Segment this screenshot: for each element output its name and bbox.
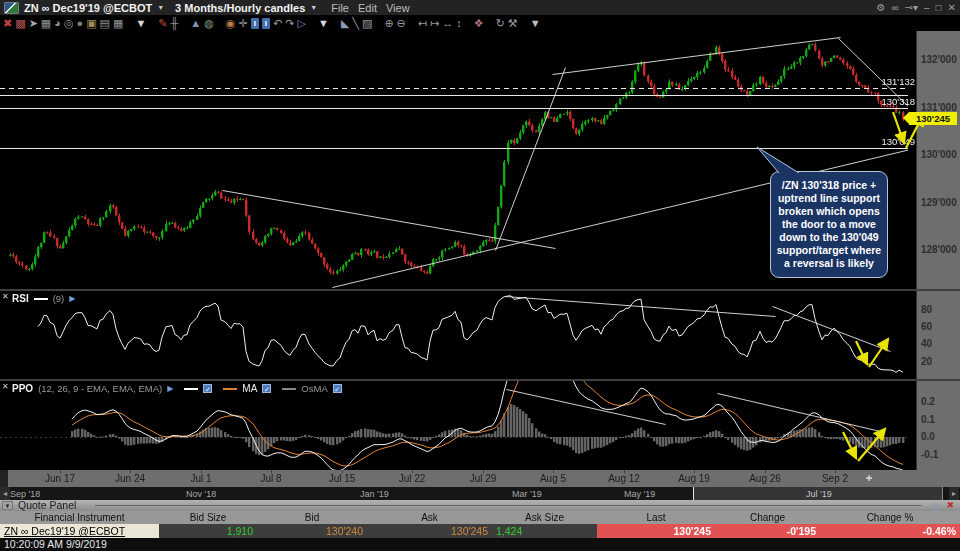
pointer-tool-icon[interactable]: ➤: [29, 17, 38, 30]
pencil-tool-icon[interactable]: ✎: [158, 17, 167, 30]
dropdown-icon-2[interactable]: ▼: [318, 17, 329, 30]
dropdown-icon-3[interactable]: ▼: [530, 17, 541, 30]
time-axis-label: Jul 15: [329, 473, 356, 484]
candles-tool-icon[interactable]: ╫: [171, 17, 179, 30]
menu-view[interactable]: View: [386, 2, 410, 14]
stamp-tool-icon[interactable]: ◕: [54, 17, 61, 30]
ppo-line-checkbox[interactable]: ✓: [203, 384, 212, 393]
globe-icon[interactable]: ◍: [931, 500, 940, 511]
rsi-settings-icon[interactable]: ▶: [69, 294, 75, 303]
tools-icon[interactable]: ⚒: [508, 17, 518, 30]
quote-col-header-change-[interactable]: Change %: [820, 511, 960, 524]
close-chart-icon[interactable]: ✖: [3, 17, 12, 30]
themes-icon[interactable]: ❖: [474, 17, 484, 30]
quote-col-header-last[interactable]: Last: [597, 511, 715, 524]
scroll-right-arrow-icon[interactable]: ▸: [949, 487, 959, 500]
maximize-icon[interactable]: □: [936, 3, 942, 13]
quote-col-header-financial-instrument[interactable]: Financial Instrument: [0, 511, 159, 524]
title-bar: ZN ∞ Dec19'19 @ECBOT ▼ 3 Months/Hourly c…: [0, 0, 960, 15]
scrollbar-year-label: May '19: [624, 489, 655, 499]
minimize-icon[interactable]: –: [924, 3, 930, 13]
folder-icon[interactable]: ▣: [86, 17, 96, 30]
triangle-tool-icon[interactable]: ▲: [190, 17, 201, 30]
time-axis-end-marker: ✚: [866, 474, 873, 483]
grid-tool-icon[interactable]: ▦: [41, 17, 51, 30]
quote-panel-collapse-icon[interactable]: ▼: [2, 501, 13, 510]
close-icon[interactable]: ✕: [948, 3, 956, 13]
select-region-icon[interactable]: ▩: [15, 17, 25, 30]
time-axis-label: Jul 22: [399, 473, 426, 484]
zoom-out-icon[interactable]: ⊖: [397, 17, 406, 30]
menu-edit[interactable]: Edit: [358, 2, 377, 14]
rsi-axis-tick: 80: [921, 304, 932, 315]
target-tool-icon[interactable]: ◉: [226, 17, 236, 30]
quote-col-header-ask-size[interactable]: Ask Size: [492, 511, 597, 524]
time-axis-tick: [342, 470, 343, 473]
ppo-osma-checkbox[interactable]: ✓: [333, 384, 342, 393]
ppo-label: PPO: [12, 383, 33, 394]
text-tool-icon[interactable]: I: [251, 18, 259, 29]
link-icon[interactable]: ∞: [891, 3, 898, 13]
hatch-tool-icon[interactable]: ▨: [362, 17, 372, 30]
time-axis-label: Aug 26: [749, 473, 781, 484]
menu-file[interactable]: File: [331, 2, 349, 14]
time-axis[interactable]: Jun 17Jun 24Jul 1Jul 8Jul 15Jul 22Jul 29…: [0, 470, 960, 487]
zoom-region-icon[interactable]: ◎: [64, 17, 74, 30]
trendline-tool-icon[interactable]: ╲: [352, 17, 359, 30]
time-axis-tick: [765, 470, 766, 473]
annotation-callout[interactable]: /ZN 130'318 price + uptrend line support…: [770, 171, 888, 278]
crosshair-tool-icon[interactable]: ✛: [238, 17, 247, 30]
expand-v-icon[interactable]: ↕: [456, 17, 462, 30]
ppo-close-icon[interactable]: ✕: [2, 383, 9, 391]
ellipse-tool-icon[interactable]: ●: [77, 17, 84, 30]
dropdown-icon-1[interactable]: ▼: [135, 17, 146, 30]
chart-scrollbar[interactable]: Sep '18Nov '18Jan '19Mar '19May '19Jul '…: [0, 487, 960, 500]
rsi-axis-tick: 40: [921, 338, 932, 349]
time-axis-label: Jul 29: [470, 473, 497, 484]
quote-cell-financial-instrument[interactable]: ZN ∞ Dec19'19 @ECBOT: [0, 524, 159, 538]
refresh-icon[interactable]: ↻: [496, 17, 505, 30]
sphere-tool-icon[interactable]: ◍: [204, 17, 214, 30]
ppo-line-sample: [184, 388, 198, 390]
bar-spacing-in-icon[interactable]: ↤: [418, 17, 427, 30]
quote-table-row[interactable]: ZN ∞ Dec19'19 @ECBOT1,910130'240130'2451…: [0, 524, 960, 538]
ppo-ma-line-sample: [223, 388, 237, 390]
callout-tool-icon[interactable]: ▷: [298, 17, 306, 30]
tile-windows-icon[interactable]: ▦: [113, 17, 123, 30]
quote-panel-close-icon[interactable]: ✖: [946, 500, 954, 511]
quote-col-header-bid[interactable]: Bid: [257, 511, 367, 524]
quote-col-header-bid-size[interactable]: Bid Size: [159, 511, 257, 524]
panel-separator[interactable]: [0, 379, 960, 381]
timeframe-dropdown-caret[interactable]: ▼: [310, 4, 317, 11]
symbol-dropdown-caret[interactable]: ▼: [157, 4, 164, 11]
ppo-settings-icon[interactable]: ▶: [167, 384, 173, 393]
symbol-title[interactable]: ZN ∞ Dec19'19 @ECBOT: [24, 2, 152, 14]
time-axis-label: Aug 5: [540, 473, 566, 484]
expand-h-icon[interactable]: ↔: [442, 17, 453, 30]
ppo-axis-tick: 0.1: [921, 414, 935, 425]
quote-col-header-ask[interactable]: Ask: [367, 511, 492, 524]
angle-tool-icon[interactable]: ◣: [341, 17, 349, 30]
new-window-icon[interactable]: ▤: [100, 17, 110, 30]
pin-icon[interactable]: ⊸▾: [905, 3, 918, 13]
zoom-in-icon[interactable]: ⊕: [384, 17, 393, 30]
ppo-axis-tick: 0.2: [921, 396, 935, 407]
chart-app-icon: [4, 2, 19, 14]
redo-icon[interactable]: ↷: [285, 17, 294, 30]
quote-col-header-change[interactable]: Change: [715, 511, 820, 524]
time-axis-label: Aug 12: [608, 473, 640, 484]
note-tool-icon[interactable]: I: [262, 18, 270, 29]
time-axis-label: Jul 1: [190, 473, 211, 484]
scroll-left-arrow-icon[interactable]: ◂: [0, 487, 10, 500]
rsi-axis-tick: 60: [921, 321, 932, 332]
undo-icon[interactable]: ↶: [273, 17, 282, 30]
rsi-close-icon[interactable]: ✕: [2, 293, 9, 301]
level-label: 130'318: [843, 96, 915, 107]
gear-icon[interactable]: ⚙: [876, 3, 885, 13]
ppo-ma-checkbox[interactable]: ✓: [262, 384, 271, 393]
quote-panel-rule: [95, 505, 922, 506]
panel-separator[interactable]: [0, 289, 960, 291]
bar-spacing-out-icon[interactable]: ↦: [430, 17, 439, 30]
rsi-label: RSI: [12, 293, 29, 304]
timeframe-title[interactable]: 3 Months/Hourly candles: [175, 2, 305, 14]
